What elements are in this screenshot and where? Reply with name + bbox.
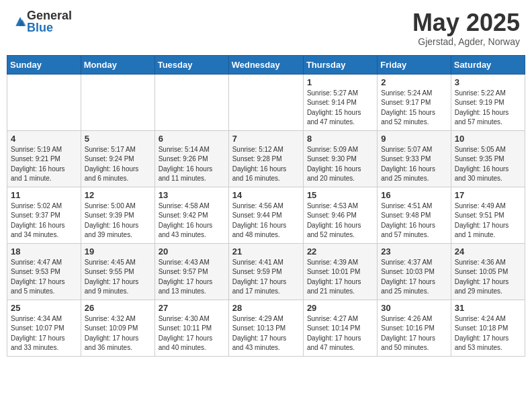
calendar-cell: 14Sunrise: 4:56 AM Sunset: 9:44 PM Dayli… bbox=[228, 187, 303, 243]
calendar-cell: 30Sunrise: 4:26 AM Sunset: 10:16 PM Dayl… bbox=[378, 300, 451, 356]
weekday-header-saturday: Saturday bbox=[451, 55, 525, 74]
day-info: Sunrise: 5:14 AM Sunset: 9:26 PM Dayligh… bbox=[159, 145, 225, 184]
day-info: Sunrise: 4:47 AM Sunset: 9:53 PM Dayligh… bbox=[11, 258, 77, 297]
calendar-cell: 5Sunrise: 5:17 AM Sunset: 9:24 PM Daylig… bbox=[81, 130, 154, 187]
calendar-cell: 18Sunrise: 4:47 AM Sunset: 9:53 PM Dayli… bbox=[7, 243, 81, 300]
weekday-header-wednesday: Wednesday bbox=[228, 55, 303, 74]
day-info: Sunrise: 5:07 AM Sunset: 9:33 PM Dayligh… bbox=[381, 145, 447, 184]
day-number: 4 bbox=[11, 134, 77, 144]
day-number: 19 bbox=[85, 246, 151, 257]
day-info: Sunrise: 4:32 AM Sunset: 10:09 PM Daylig… bbox=[85, 314, 151, 353]
day-info: Sunrise: 4:29 AM Sunset: 10:13 PM Daylig… bbox=[232, 314, 300, 353]
logo-text: General Blue bbox=[27, 9, 72, 34]
day-number: 9 bbox=[381, 134, 447, 144]
calendar-cell: 7Sunrise: 5:12 AM Sunset: 9:28 PM Daylig… bbox=[228, 130, 303, 187]
day-info: Sunrise: 4:36 AM Sunset: 10:05 PM Daylig… bbox=[455, 258, 521, 297]
day-info: Sunrise: 4:43 AM Sunset: 9:57 PM Dayligh… bbox=[159, 258, 225, 297]
day-info: Sunrise: 5:22 AM Sunset: 9:19 PM Dayligh… bbox=[455, 89, 521, 128]
day-info: Sunrise: 4:39 AM Sunset: 10:01 PM Daylig… bbox=[307, 258, 373, 297]
day-number: 6 bbox=[159, 134, 225, 144]
day-number: 12 bbox=[85, 190, 151, 200]
calendar-cell: 31Sunrise: 4:24 AM Sunset: 10:18 PM Dayl… bbox=[451, 300, 525, 356]
day-info: Sunrise: 4:41 AM Sunset: 9:59 PM Dayligh… bbox=[232, 258, 300, 297]
calendar-cell: 22Sunrise: 4:39 AM Sunset: 10:01 PM Dayl… bbox=[303, 243, 377, 300]
calendar-cell: 28Sunrise: 4:29 AM Sunset: 10:13 PM Dayl… bbox=[228, 300, 303, 356]
calendar-cell: 16Sunrise: 4:51 AM Sunset: 9:48 PM Dayli… bbox=[378, 187, 451, 243]
calendar-week-1: 1Sunrise: 5:27 AM Sunset: 9:14 PM Daylig… bbox=[7, 74, 525, 130]
day-info: Sunrise: 5:05 AM Sunset: 9:35 PM Dayligh… bbox=[455, 145, 521, 184]
day-number: 29 bbox=[307, 303, 373, 313]
day-number: 5 bbox=[85, 134, 151, 144]
day-number: 7 bbox=[232, 134, 300, 144]
day-number: 15 bbox=[307, 190, 373, 200]
calendar-cell: 20Sunrise: 4:43 AM Sunset: 9:57 PM Dayli… bbox=[154, 243, 228, 300]
calendar-cell: 11Sunrise: 5:02 AM Sunset: 9:37 PM Dayli… bbox=[7, 187, 81, 243]
calendar-week-3: 11Sunrise: 5:02 AM Sunset: 9:37 PM Dayli… bbox=[7, 187, 525, 243]
calendar-cell bbox=[81, 74, 154, 130]
day-number: 1 bbox=[307, 77, 373, 87]
calendar-cell: 4Sunrise: 5:19 AM Sunset: 9:21 PM Daylig… bbox=[7, 130, 81, 187]
day-number: 26 bbox=[85, 303, 151, 313]
title-block: May 2025 Gjerstad, Agder, Norway bbox=[412, 9, 520, 47]
day-info: Sunrise: 4:37 AM Sunset: 10:03 PM Daylig… bbox=[381, 258, 447, 297]
day-number: 20 bbox=[159, 246, 225, 257]
logo: General Blue bbox=[12, 9, 72, 34]
weekday-header-sunday: Sunday bbox=[7, 55, 81, 74]
calendar-cell: 13Sunrise: 4:58 AM Sunset: 9:42 PM Dayli… bbox=[154, 187, 228, 243]
day-number: 16 bbox=[381, 190, 447, 200]
day-info: Sunrise: 4:24 AM Sunset: 10:18 PM Daylig… bbox=[455, 314, 521, 353]
day-info: Sunrise: 4:53 AM Sunset: 9:46 PM Dayligh… bbox=[307, 201, 373, 240]
weekday-header-monday: Monday bbox=[81, 55, 154, 74]
logo-icon bbox=[13, 15, 27, 28]
month-title: May 2025 bbox=[412, 9, 520, 36]
day-info: Sunrise: 4:27 AM Sunset: 10:14 PM Daylig… bbox=[307, 314, 373, 353]
weekday-header-friday: Friday bbox=[378, 55, 451, 74]
day-number: 28 bbox=[232, 303, 300, 313]
calendar-cell: 9Sunrise: 5:07 AM Sunset: 9:33 PM Daylig… bbox=[378, 130, 451, 187]
calendar-cell: 25Sunrise: 4:34 AM Sunset: 10:07 PM Dayl… bbox=[7, 300, 81, 356]
day-info: Sunrise: 5:12 AM Sunset: 9:28 PM Dayligh… bbox=[232, 145, 300, 184]
weekday-header-thursday: Thursday bbox=[303, 55, 377, 74]
calendar-cell bbox=[228, 74, 303, 130]
day-info: Sunrise: 4:45 AM Sunset: 9:55 PM Dayligh… bbox=[85, 258, 151, 297]
day-info: Sunrise: 5:09 AM Sunset: 9:30 PM Dayligh… bbox=[307, 145, 373, 184]
day-number: 21 bbox=[232, 246, 300, 257]
calendar-cell: 17Sunrise: 4:49 AM Sunset: 9:51 PM Dayli… bbox=[451, 187, 525, 243]
day-number: 3 bbox=[455, 77, 521, 87]
calendar-cell: 3Sunrise: 5:22 AM Sunset: 9:19 PM Daylig… bbox=[451, 74, 525, 130]
calendar-cell: 23Sunrise: 4:37 AM Sunset: 10:03 PM Dayl… bbox=[378, 243, 451, 300]
day-number: 14 bbox=[232, 190, 300, 200]
day-number: 31 bbox=[455, 303, 521, 313]
calendar-cell: 27Sunrise: 4:30 AM Sunset: 10:11 PM Dayl… bbox=[154, 300, 228, 356]
day-number: 17 bbox=[455, 190, 521, 200]
day-number: 30 bbox=[381, 303, 447, 313]
day-info: Sunrise: 5:27 AM Sunset: 9:14 PM Dayligh… bbox=[307, 89, 373, 128]
calendar-cell: 21Sunrise: 4:41 AM Sunset: 9:59 PM Dayli… bbox=[228, 243, 303, 300]
day-info: Sunrise: 4:26 AM Sunset: 10:16 PM Daylig… bbox=[381, 314, 447, 353]
calendar-week-5: 25Sunrise: 4:34 AM Sunset: 10:07 PM Dayl… bbox=[7, 300, 525, 356]
calendar-cell: 24Sunrise: 4:36 AM Sunset: 10:05 PM Dayl… bbox=[451, 243, 525, 300]
day-info: Sunrise: 5:24 AM Sunset: 9:17 PM Dayligh… bbox=[381, 89, 447, 128]
calendar-week-2: 4Sunrise: 5:19 AM Sunset: 9:21 PM Daylig… bbox=[7, 130, 525, 187]
day-info: Sunrise: 5:02 AM Sunset: 9:37 PM Dayligh… bbox=[11, 201, 77, 240]
calendar-cell: 8Sunrise: 5:09 AM Sunset: 9:30 PM Daylig… bbox=[303, 130, 377, 187]
day-info: Sunrise: 4:58 AM Sunset: 9:42 PM Dayligh… bbox=[159, 201, 225, 240]
day-info: Sunrise: 4:49 AM Sunset: 9:51 PM Dayligh… bbox=[455, 201, 521, 240]
calendar-cell: 1Sunrise: 5:27 AM Sunset: 9:14 PM Daylig… bbox=[303, 74, 377, 130]
calendar-cell: 29Sunrise: 4:27 AM Sunset: 10:14 PM Dayl… bbox=[303, 300, 377, 356]
day-number: 24 bbox=[455, 246, 521, 257]
location: Gjerstad, Agder, Norway bbox=[412, 36, 520, 47]
day-number: 10 bbox=[455, 134, 521, 144]
calendar-cell: 19Sunrise: 4:45 AM Sunset: 9:55 PM Dayli… bbox=[81, 243, 154, 300]
calendar-cell: 6Sunrise: 5:14 AM Sunset: 9:26 PM Daylig… bbox=[154, 130, 228, 187]
day-number: 27 bbox=[159, 303, 225, 313]
day-number: 18 bbox=[11, 246, 77, 257]
calendar-cell: 2Sunrise: 5:24 AM Sunset: 9:17 PM Daylig… bbox=[378, 74, 451, 130]
calendar-cell: 15Sunrise: 4:53 AM Sunset: 9:46 PM Dayli… bbox=[303, 187, 377, 243]
calendar-cell: 10Sunrise: 5:05 AM Sunset: 9:35 PM Dayli… bbox=[451, 130, 525, 187]
day-info: Sunrise: 4:34 AM Sunset: 10:07 PM Daylig… bbox=[11, 314, 77, 353]
day-info: Sunrise: 4:56 AM Sunset: 9:44 PM Dayligh… bbox=[232, 201, 300, 240]
day-number: 22 bbox=[307, 246, 373, 257]
day-info: Sunrise: 5:19 AM Sunset: 9:21 PM Dayligh… bbox=[11, 145, 77, 184]
day-info: Sunrise: 5:17 AM Sunset: 9:24 PM Dayligh… bbox=[85, 145, 151, 184]
